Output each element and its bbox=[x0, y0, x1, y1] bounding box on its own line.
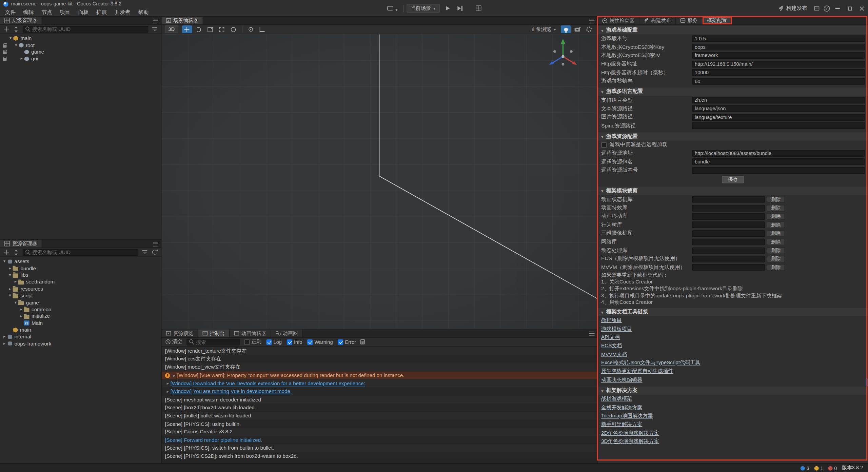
console-log-row[interactable]: [Window] You are running Vue in developm… bbox=[162, 388, 597, 396]
warning-count[interactable]: 1 bbox=[814, 465, 823, 471]
asset-node[interactable]: script bbox=[0, 292, 161, 299]
menu-item[interactable]: 文件 bbox=[1, 8, 19, 16]
collapse-caret[interactable] bbox=[601, 133, 604, 139]
expand-caret[interactable] bbox=[13, 279, 18, 286]
error-count[interactable]: 0 bbox=[828, 465, 837, 471]
inspector-tab[interactable]: 服务 bbox=[676, 17, 702, 24]
asset-node[interactable]: resources bbox=[0, 286, 161, 292]
property-input[interactable] bbox=[692, 167, 865, 174]
create-asset-button[interactable] bbox=[3, 249, 10, 256]
inspector-tab[interactable]: 构建发布 bbox=[639, 17, 676, 24]
assets-tab[interactable]: 资源管理器 bbox=[0, 240, 41, 248]
section-header[interactable]: 游戏多语言配置 bbox=[598, 88, 868, 96]
sort-button[interactable] bbox=[13, 25, 20, 33]
property-input[interactable] bbox=[692, 150, 865, 157]
menu-item[interactable]: 编辑 bbox=[19, 8, 38, 16]
console-filter-error[interactable]: Error bbox=[338, 339, 356, 345]
property-input[interactable] bbox=[692, 69, 865, 76]
menu-item[interactable]: 开发者 bbox=[111, 8, 134, 16]
doc-link[interactable]: 2D角色扮演游戏解决方案 bbox=[601, 430, 659, 437]
scene-select[interactable]: 当前场景 bbox=[406, 4, 440, 13]
checkbox-regex[interactable] bbox=[244, 339, 250, 345]
asset-node[interactable]: assets bbox=[0, 258, 161, 265]
property-input[interactable] bbox=[692, 114, 865, 121]
hierarchy-tab[interactable]: 层级管理器 bbox=[0, 17, 41, 24]
expand-caret[interactable] bbox=[2, 258, 7, 265]
expand-caret[interactable] bbox=[7, 292, 13, 299]
asset-node[interactable]: common bbox=[0, 306, 161, 313]
module-input[interactable] bbox=[692, 239, 765, 245]
property-input[interactable] bbox=[692, 52, 865, 59]
scene-viewport[interactable] bbox=[162, 34, 597, 329]
menu-item[interactable]: 扩展 bbox=[93, 8, 111, 16]
doc-link[interactable]: 原生包热更新配置自动生成插件 bbox=[601, 368, 673, 375]
console-log-row[interactable]: [Window] ecs文件夹存在 bbox=[162, 355, 597, 363]
delete-module-button[interactable]: 删除 bbox=[767, 264, 785, 271]
asset-node[interactable]: oops-framework bbox=[0, 340, 161, 347]
expand-caret[interactable] bbox=[165, 381, 171, 386]
hierarchy-node[interactable]: game bbox=[0, 48, 161, 55]
doc-link[interactable]: ECS文档 bbox=[601, 342, 622, 349]
panel-menu-icon[interactable] bbox=[589, 19, 594, 23]
section-header[interactable]: 游戏资源配置 bbox=[598, 132, 868, 140]
lock-icon[interactable] bbox=[3, 58, 6, 61]
delete-module-button[interactable]: 删除 bbox=[767, 222, 785, 229]
console-search-input[interactable] bbox=[196, 339, 237, 345]
property-input[interactable] bbox=[692, 105, 865, 112]
console-log-row[interactable]: [Window] model_view文件夹存在 bbox=[162, 363, 597, 371]
console-filter-regex[interactable]: 正则 bbox=[244, 338, 261, 346]
doc-link[interactable]: 3D角色扮演游戏解决方案 bbox=[601, 438, 659, 445]
menu-item[interactable]: 项目 bbox=[56, 8, 74, 16]
scale-tool-button[interactable] bbox=[205, 25, 215, 33]
expand-caret[interactable] bbox=[19, 56, 24, 62]
expand-caret[interactable] bbox=[165, 389, 171, 394]
remote-load-checkbox[interactable] bbox=[601, 142, 607, 148]
delete-module-button[interactable]: 删除 bbox=[767, 239, 785, 245]
console-tab[interactable]: 资源预览 bbox=[162, 329, 198, 337]
property-input[interactable] bbox=[692, 159, 865, 165]
property-input[interactable] bbox=[692, 122, 865, 129]
maximize-button[interactable] bbox=[844, 0, 856, 17]
checkbox-log[interactable] bbox=[266, 339, 272, 345]
console-search-box[interactable] bbox=[186, 338, 240, 345]
hierarchy-node[interactable]: root bbox=[0, 42, 161, 48]
console-log-row[interactable]: [Scene] Forward render pipeline initiali… bbox=[162, 436, 597, 444]
delete-module-button[interactable]: 删除 bbox=[767, 204, 785, 211]
layout-button[interactable] bbox=[474, 3, 484, 13]
console-tab[interactable]: 动画编辑器 bbox=[230, 329, 271, 337]
module-input[interactable] bbox=[692, 213, 765, 220]
panel-menu-icon[interactable] bbox=[589, 332, 594, 336]
console-log-row[interactable]: [Scene] [bullet]:bullet wasm lib loaded. bbox=[162, 412, 597, 420]
view-mode-select[interactable]: 正常浏览 bbox=[528, 26, 559, 33]
expand-caret[interactable] bbox=[18, 313, 24, 320]
expand-caret[interactable] bbox=[18, 306, 24, 313]
delete-module-button[interactable]: 删除 bbox=[767, 196, 785, 203]
section-header[interactable]: 框架文档工具链接 bbox=[598, 308, 868, 316]
section-header[interactable]: 游戏基础配置 bbox=[598, 26, 868, 34]
hierarchy-search-box[interactable] bbox=[23, 26, 149, 33]
panel-menu-icon[interactable] bbox=[153, 19, 158, 23]
minimize-button[interactable] bbox=[831, 0, 844, 17]
step-button[interactable] bbox=[455, 3, 465, 13]
clear-console-button[interactable]: 清空 bbox=[165, 338, 182, 346]
assets-search-input[interactable] bbox=[32, 250, 136, 255]
console-filter-warning[interactable]: Warning bbox=[307, 339, 333, 345]
doc-link[interactable]: 动画状态机编辑器 bbox=[601, 376, 642, 383]
console-log-row[interactable]: [Scene] Cocos Creator v3.8.2 bbox=[162, 428, 597, 436]
sort-assets-button[interactable] bbox=[13, 249, 20, 256]
checkbox-info[interactable] bbox=[287, 339, 292, 345]
doc-link[interactable]: API文档 bbox=[601, 334, 620, 341]
hierarchy-node[interactable]: main bbox=[0, 35, 161, 42]
asset-node[interactable]: seedrandom bbox=[0, 279, 161, 286]
module-input[interactable] bbox=[692, 264, 765, 271]
expand-caret[interactable] bbox=[7, 286, 13, 292]
console-log-row[interactable]: [Scene] meshopt wasm decoder initialized bbox=[162, 396, 597, 404]
panel-menu-icon[interactable] bbox=[153, 242, 158, 246]
scene-editor-tab[interactable]: 场景编辑器 bbox=[162, 17, 203, 24]
collapse-caret[interactable] bbox=[601, 309, 604, 315]
expand-caret[interactable] bbox=[7, 272, 13, 279]
asset-node[interactable]: game bbox=[0, 299, 161, 306]
doc-link[interactable]: MVVM文档 bbox=[601, 351, 627, 358]
preview-target-select[interactable] bbox=[384, 4, 400, 13]
doc-link[interactable]: Tiledmap地图解决方案 bbox=[601, 412, 653, 419]
